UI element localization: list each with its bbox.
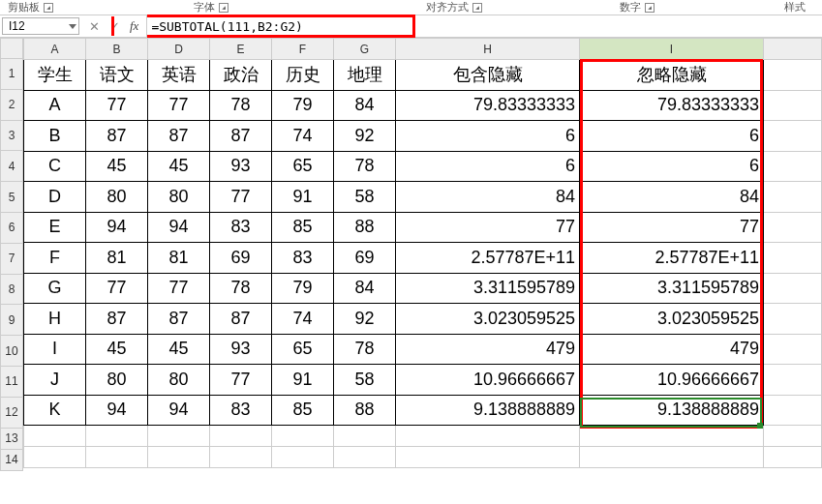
column-header[interactable]: E <box>210 39 272 60</box>
data-cell[interactable]: 91 <box>272 182 334 213</box>
clipboard-launcher-icon[interactable] <box>44 3 53 13</box>
data-cell[interactable]: 88 <box>334 212 396 243</box>
data-cell[interactable]: 87 <box>86 304 148 335</box>
data-cell[interactable]: 77 <box>148 90 210 121</box>
data-cell[interactable]: 79.83333333 <box>580 90 764 121</box>
row-header[interactable]: 10 <box>0 336 23 367</box>
data-cell[interactable]: 2.57787E+11 <box>396 243 580 274</box>
data-cell[interactable]: 91 <box>272 365 334 396</box>
empty-cell[interactable] <box>334 447 396 468</box>
data-cell[interactable]: 80 <box>86 365 148 396</box>
data-cell[interactable]: 78 <box>334 334 396 365</box>
empty-cell[interactable] <box>86 447 148 468</box>
header-cell[interactable]: 历史 <box>272 60 334 91</box>
data-cell[interactable]: 81 <box>148 243 210 274</box>
data-cell[interactable]: 85 <box>272 212 334 243</box>
empty-cell[interactable] <box>396 426 580 447</box>
data-cell[interactable]: 84 <box>580 182 764 213</box>
empty-cell[interactable] <box>764 334 822 365</box>
empty-cell[interactable] <box>396 447 580 468</box>
data-cell[interactable]: 79.83333333 <box>396 90 580 121</box>
header-cell[interactable]: 英语 <box>148 60 210 91</box>
data-cell[interactable]: 87 <box>86 121 148 152</box>
empty-cell[interactable] <box>764 395 822 426</box>
data-cell[interactable]: 77 <box>396 212 580 243</box>
data-cell[interactable]: 77 <box>580 212 764 243</box>
data-cell[interactable]: E <box>24 212 86 243</box>
spreadsheet-grid[interactable]: ABDEFGHI 学生语文英语政治历史地理包含隐藏忽略隐藏A7777787984… <box>23 38 822 468</box>
data-cell[interactable]: 81 <box>86 243 148 274</box>
row-header[interactable]: 1 <box>0 59 23 90</box>
data-cell[interactable]: 6 <box>396 121 580 152</box>
data-cell[interactable]: 84 <box>334 273 396 304</box>
empty-cell[interactable] <box>764 90 822 121</box>
empty-cell[interactable] <box>764 60 822 91</box>
column-header[interactable]: A <box>24 39 86 60</box>
header-cell[interactable]: 包含隐藏 <box>396 60 580 91</box>
data-cell[interactable]: G <box>24 273 86 304</box>
fx-icon[interactable]: fx <box>130 18 138 34</box>
header-cell[interactable]: 语文 <box>86 60 148 91</box>
data-cell[interactable]: 10.96666667 <box>580 365 764 396</box>
data-cell[interactable]: 77 <box>86 90 148 121</box>
data-cell[interactable]: 9.138888889 <box>580 395 764 426</box>
empty-cell[interactable] <box>764 121 822 152</box>
column-header[interactable]: I <box>580 39 764 60</box>
data-cell[interactable]: 3.311595789 <box>580 273 764 304</box>
data-cell[interactable]: 85 <box>272 395 334 426</box>
empty-cell[interactable] <box>764 365 822 396</box>
data-cell[interactable]: 479 <box>580 334 764 365</box>
data-cell[interactable]: F <box>24 243 86 274</box>
empty-cell[interactable] <box>148 426 210 447</box>
data-cell[interactable]: 94 <box>148 212 210 243</box>
empty-cell[interactable] <box>210 447 272 468</box>
row-header[interactable]: 8 <box>0 275 23 306</box>
data-cell[interactable]: 9.138888889 <box>396 395 580 426</box>
data-cell[interactable]: A <box>24 90 86 121</box>
data-cell[interactable]: 45 <box>148 151 210 182</box>
row-header[interactable]: 7 <box>0 244 23 275</box>
row-header[interactable]: 11 <box>0 367 23 398</box>
data-cell[interactable]: 3.023059525 <box>580 304 764 335</box>
data-cell[interactable]: 94 <box>86 212 148 243</box>
data-cell[interactable]: K <box>24 395 86 426</box>
empty-cell[interactable] <box>210 426 272 447</box>
empty-cell[interactable] <box>764 243 822 274</box>
column-header-row[interactable]: ABDEFGHI <box>24 39 822 60</box>
row-header[interactable]: 14 <box>0 450 23 471</box>
data-cell[interactable]: 87 <box>210 121 272 152</box>
data-cell[interactable]: 94 <box>148 395 210 426</box>
data-cell[interactable]: 77 <box>210 365 272 396</box>
empty-cell[interactable] <box>272 447 334 468</box>
cancel-icon[interactable]: ✕ <box>89 19 100 34</box>
row-header[interactable]: 9 <box>0 305 23 336</box>
data-cell[interactable]: 6 <box>580 121 764 152</box>
data-cell[interactable]: 65 <box>272 151 334 182</box>
data-cell[interactable]: C <box>24 151 86 182</box>
data-cell[interactable]: 77 <box>86 273 148 304</box>
row-header[interactable]: 12 <box>0 398 23 429</box>
header-cell[interactable]: 学生 <box>24 60 86 91</box>
data-cell[interactable]: 65 <box>272 334 334 365</box>
data-cell[interactable]: 80 <box>148 365 210 396</box>
data-cell[interactable]: J <box>24 365 86 396</box>
empty-cell[interactable] <box>148 447 210 468</box>
number-launcher-icon[interactable] <box>645 3 655 13</box>
name-box[interactable]: I12 <box>2 17 79 35</box>
font-launcher-icon[interactable] <box>219 3 228 13</box>
empty-cell[interactable] <box>24 426 86 447</box>
data-cell[interactable]: 87 <box>148 304 210 335</box>
data-cell[interactable]: 45 <box>148 334 210 365</box>
data-cell[interactable]: 69 <box>210 243 272 274</box>
data-cell[interactable]: 79 <box>272 273 334 304</box>
empty-cell[interactable] <box>764 273 822 304</box>
empty-cell[interactable] <box>86 426 148 447</box>
row-header[interactable]: 6 <box>0 213 23 244</box>
data-cell[interactable]: 6 <box>396 151 580 182</box>
data-cell[interactable]: 74 <box>272 121 334 152</box>
data-cell[interactable]: D <box>24 182 86 213</box>
data-cell[interactable]: 83 <box>210 212 272 243</box>
header-cell[interactable]: 政治 <box>210 60 272 91</box>
column-header[interactable]: F <box>272 39 334 60</box>
row-header[interactable]: 13 <box>0 429 23 450</box>
